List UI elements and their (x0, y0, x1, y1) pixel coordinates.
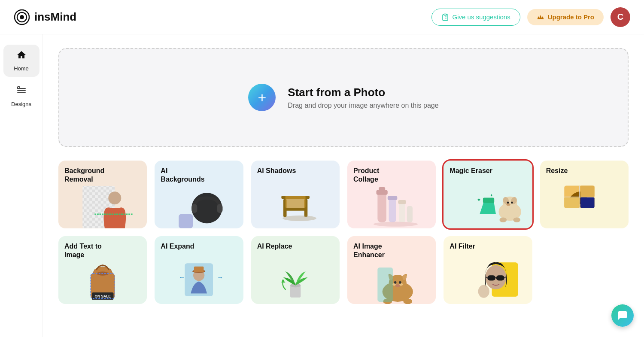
svg-point-2 (20, 15, 24, 19)
svg-rect-17 (192, 204, 197, 213)
ai-expand-label: AI Expand (155, 236, 243, 251)
ai-enhancer-visual (347, 259, 436, 304)
header-actions: Give us suggestions Upgrade to Pro C (431, 7, 630, 27)
ai-enhancer-label: AI ImageEnhancer (347, 236, 436, 259)
upload-area[interactable]: + Start from a Photo Drag and drop your … (58, 48, 629, 147)
svg-point-77 (403, 298, 412, 304)
tool-ai-replace[interactable]: AI Replace (251, 236, 340, 304)
svg-rect-52 (580, 197, 594, 208)
ai-filter-label: AI Filter (444, 236, 532, 251)
suggestions-icon (441, 13, 449, 21)
tool-ai-backgrounds[interactable]: AIBackgrounds (155, 161, 243, 228)
svg-text:✦: ✦ (477, 197, 481, 203)
crown-icon (537, 13, 544, 21)
header: insMind Give us suggestions Upgrade to P… (0, 0, 644, 34)
upload-inner: + Start from a Photo Drag and drop your … (248, 84, 438, 111)
svg-point-86 (478, 285, 489, 298)
tool-add-text[interactable]: Add Text toImage ON SALE (58, 236, 147, 304)
resize-visual (540, 175, 629, 228)
svg-rect-51 (564, 197, 580, 208)
add-text-visual: ON SALE (58, 259, 147, 304)
main-content: + Start from a Photo Drag and drop your … (43, 34, 644, 337)
svg-rect-29 (389, 198, 396, 222)
svg-text:→: → (217, 273, 224, 281)
ai-enhancer-image (347, 259, 436, 304)
tool-product-collage[interactable]: ProductCollage (347, 161, 436, 228)
ai-replace-image (251, 251, 340, 304)
add-text-image: ON SALE (58, 259, 147, 304)
tool-resize[interactable]: Resize (540, 161, 629, 228)
svg-point-14 (108, 191, 121, 204)
product-collage-visual (347, 184, 436, 228)
user-avatar[interactable]: C (611, 7, 630, 27)
tool-magic-eraser[interactable]: Magic Eraser ✦ ✦ (444, 161, 532, 228)
tool-ai-expand[interactable]: AI Expand ← → (155, 236, 243, 304)
svg-text:ON SALE: ON SALE (94, 294, 111, 298)
background-removal-image (58, 184, 147, 228)
ai-expand-image: ← → (155, 251, 243, 304)
svg-text:←: ← (179, 273, 185, 281)
suggestions-label: Give us suggestions (453, 13, 510, 21)
ai-replace-label: AI Replace (251, 236, 340, 251)
tool-ai-filter[interactable]: AI Filter (444, 236, 532, 304)
svg-point-25 (283, 216, 316, 221)
home-icon (16, 50, 27, 63)
resize-label: Resize (540, 161, 629, 175)
svg-rect-61 (194, 267, 204, 272)
tools-grid-row2: Add Text toImage ON SALE (58, 236, 629, 304)
sidebar-home-label: Home (14, 65, 29, 72)
svg-point-74 (399, 281, 401, 284)
tool-ai-enhancer[interactable]: AI ImageEnhancer (347, 236, 436, 304)
ai-shadows-label: AI Shadows (251, 161, 340, 175)
svg-rect-78 (377, 267, 393, 302)
magic-eraser-label: Magic Eraser (444, 161, 532, 175)
tool-background-removal[interactable]: BackgroundRemoval (58, 161, 147, 228)
plus-icon: + (258, 90, 266, 105)
ai-shadows-image (251, 175, 340, 228)
ai-filter-visual (444, 251, 532, 304)
svg-text:✦: ✦ (490, 193, 493, 197)
chat-button[interactable] (611, 304, 634, 327)
bg-removal-visual (58, 184, 147, 228)
svg-rect-30 (388, 196, 398, 200)
svg-point-43 (507, 202, 509, 204)
main-layout: Home Designs + Start from a Photo Drag a… (0, 34, 644, 337)
svg-point-46 (513, 218, 521, 222)
upload-text: Start from a Photo Drag and drop your im… (288, 86, 438, 109)
sidebar-item-home[interactable]: Home (3, 45, 39, 77)
sidebar: Home Designs (0, 34, 43, 337)
suggestions-button[interactable]: Give us suggestions (431, 9, 520, 26)
upgrade-button[interactable]: Upgrade to Pro (527, 9, 604, 25)
svg-point-73 (394, 281, 397, 284)
svg-rect-50 (580, 185, 594, 197)
upload-button[interactable]: + (248, 84, 276, 111)
svg-rect-28 (379, 187, 385, 191)
ai-bg-visual (155, 184, 243, 228)
logo-icon (14, 9, 30, 25)
ai-backgrounds-label: AIBackgrounds (155, 161, 243, 184)
designs-icon (16, 85, 27, 98)
product-collage-image (347, 184, 436, 228)
svg-point-75 (395, 284, 400, 288)
ai-shadows-visual (251, 175, 340, 228)
add-text-label: Add Text toImage (58, 236, 147, 259)
svg-rect-3 (444, 14, 447, 15)
tool-ai-shadows[interactable]: AI Shadows (251, 161, 340, 228)
logo-text: insMind (34, 10, 76, 24)
svg-point-34 (374, 222, 418, 227)
logo[interactable]: insMind (14, 9, 76, 25)
svg-rect-19 (179, 214, 193, 228)
svg-rect-23 (285, 208, 305, 211)
chat-icon (617, 310, 628, 321)
ai-backgrounds-image (155, 184, 243, 228)
resize-image (540, 175, 629, 228)
svg-rect-32 (398, 200, 406, 204)
sidebar-item-designs[interactable]: Designs (3, 80, 39, 112)
svg-rect-18 (217, 204, 223, 213)
svg-point-44 (511, 202, 513, 204)
upload-subtitle: Drag and drop your image anywhere on thi… (288, 102, 438, 109)
tools-grid-row1: BackgroundRemoval (58, 161, 629, 228)
magic-eraser-visual: ✦ ✦ (444, 175, 532, 228)
upload-title: Start from a Photo (288, 86, 438, 99)
svg-rect-35 (483, 198, 494, 203)
